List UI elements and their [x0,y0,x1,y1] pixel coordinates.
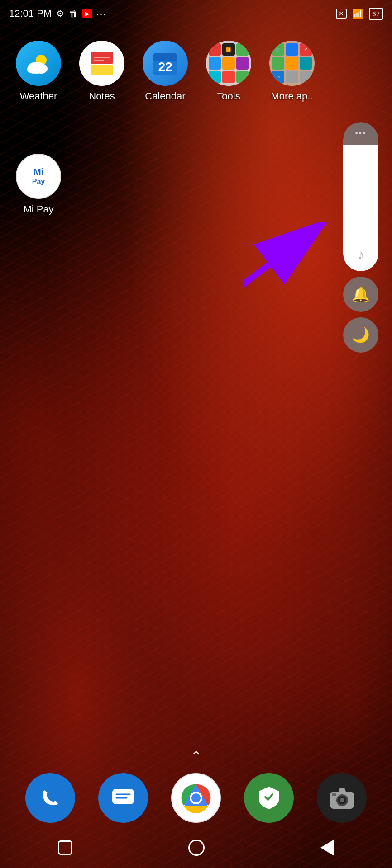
home-icon [188,840,205,856]
weather-label: Weather [20,90,57,102]
mipay-label: Mi Pay [23,203,53,215]
more-apps-icon: 🛒 f V in [269,41,315,86]
chevron-up-icon: ⌃ [191,749,202,764]
notes-label: Notes [89,90,115,102]
volume-track: ♪ [343,145,378,271]
volume-slider[interactable]: ••• ♪ [343,122,378,271]
recents-button[interactable] [53,836,77,859]
mipay-icon: Mi Pay [16,154,61,199]
mipay-app[interactable]: Mi Pay Mi Pay [9,149,68,220]
back-icon [320,840,334,856]
more-apps-label: More ap.. [271,90,313,102]
home-button[interactable] [184,835,209,860]
svg-text:Mi: Mi [33,167,43,177]
recents-icon [58,840,72,855]
second-row: Mi Pay Mi Pay [9,149,68,220]
tools-label: Tools [217,90,240,102]
youtube-icon[interactable]: ▶ [82,9,92,18]
close-x-icon: ✕ [336,9,347,19]
notes-icon [79,41,124,86]
status-right: ✕ 📶 67 [336,8,383,20]
svg-point-23 [191,793,201,802]
bell-button[interactable]: 🔔 [343,277,378,312]
calendar-label: Calendar [145,90,185,102]
tools-icon: 📶 [206,41,251,86]
calendar-app[interactable]: 22 Calendar [136,36,195,107]
time-display: 12:01 PM [9,8,52,19]
calendar-icon: 22 [143,41,188,86]
camera-app[interactable] [317,773,367,823]
security-app[interactable] [244,773,294,823]
settings-icon[interactable]: ⚙ [56,8,64,19]
back-button[interactable] [316,835,339,860]
svg-rect-5 [91,65,113,75]
music-note-icon: ♪ [357,246,364,263]
battery-level: 67 [372,10,380,18]
more-apps-app[interactable]: 🛒 f V in More ap.. [263,36,321,107]
volume-panel: ••• ♪ 🔔 🌙 [343,122,378,353]
weather-icon [16,41,61,86]
phone-app[interactable] [25,773,75,823]
bell-icon: 🔔 [352,286,370,303]
trash-icon[interactable]: 🗑 [69,9,78,19]
wifi-icon: 📶 [352,8,363,19]
weather-app[interactable]: Weather [9,36,68,107]
chrome-app[interactable] [171,773,221,823]
svg-text:Pay: Pay [32,178,45,185]
tools-app[interactable]: 📶 Tools [199,36,258,107]
svg-rect-15 [112,789,134,804]
messages-app[interactable] [98,773,148,823]
battery-icon: 67 [369,8,383,20]
moon-icon: 🌙 [352,326,370,344]
svg-text:22: 22 [158,60,172,74]
drawer-handle[interactable]: ⌃ [191,748,202,764]
app-grid: Weather Notes 22 [9,36,383,107]
notes-app[interactable]: Notes [72,36,131,107]
volume-top: ••• [343,122,378,145]
volume-dots: ••• [355,129,367,138]
wallpaper [0,0,392,868]
dock [0,773,392,823]
status-bar: 12:01 PM ⚙ 🗑 ▶ ··· ✕ 📶 67 [0,0,392,27]
moon-button[interactable]: 🌙 [343,317,378,353]
nav-bar [0,827,392,868]
svg-point-3 [35,64,48,74]
svg-point-27 [340,798,344,802]
status-left: 12:01 PM ⚙ 🗑 ▶ ··· [9,8,107,19]
more-icon[interactable]: ··· [96,9,107,19]
svg-rect-28 [332,793,336,796]
